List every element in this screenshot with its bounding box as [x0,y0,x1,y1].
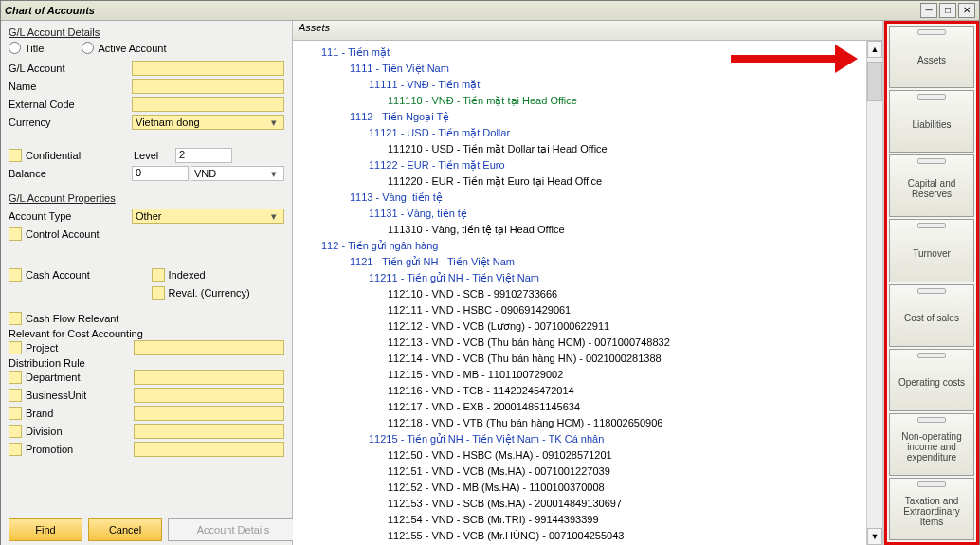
external-code-input[interactable] [132,97,284,112]
promotion-checkbox[interactable] [9,443,22,456]
scroll-thumb[interactable] [867,62,882,101]
cash-account-checkbox[interactable] [9,268,22,282]
account-type-select[interactable]: Other▾ [132,209,284,224]
account-tree[interactable]: 111 - Tiền mặt1111 - Tiền Việt Nam11111 … [293,41,866,545]
tree-node[interactable]: 112154 - VND - SCB (Mr.TRI) - 9914439339… [293,512,862,528]
drawer-liabilities[interactable]: Liabilities [889,90,974,153]
drawer-capital-and-reserves[interactable]: Capital and Reserves [889,154,974,217]
tree-node[interactable]: 112155 - VND - VCB (Mr.HÙNG) - 007100425… [293,528,862,544]
brand-checkbox[interactable] [9,407,22,420]
division-input[interactable] [134,424,284,439]
section-gl-details: G/L Account Details [9,27,284,38]
left-panel: G/L Account Details Title Active Account… [1,21,293,545]
level-input[interactable]: 2 [175,148,232,163]
cashflow-checkbox[interactable] [9,312,22,325]
external-code-label: External Code [9,99,132,110]
tree-node[interactable]: 1113 - Vàng, tiền tệ [293,190,862,206]
tree-node[interactable]: 112112 - VND - VCB (Lương) - 00710006229… [293,318,862,335]
tree-node[interactable]: 112116 - VND - TCB - 11420245472014 [293,383,862,399]
drawer-assets[interactable]: Assets [889,26,974,88]
project-label: Project [26,342,134,354]
close-icon[interactable]: ✕ [958,3,975,18]
chevron-down-icon: ▾ [267,117,281,129]
brand-input[interactable] [134,406,284,421]
tree-node[interactable]: 11211 - Tiền gửi NH - Tiền Việt Nam [293,270,862,286]
scroll-up-icon[interactable]: ▲ [867,41,882,58]
tree-node[interactable]: 11121 - USD - Tiền mặt Dollar [293,125,862,141]
businessunit-label: BusinessUnit [26,390,134,401]
tree-node[interactable]: 112150 - VND - HSBC (Ms.HA) - 0910285712… [293,447,862,463]
tree-node[interactable]: 112152 - VND - MB (Ms.HA) - 110010037000… [293,480,862,496]
distribution-rule-label: Distribution Rule [9,357,284,369]
tree-node[interactable]: 1121 - Tiền gửi NH - Tiền Việt Nam [293,254,862,270]
radio-active-account[interactable]: Active Account [82,42,166,54]
chevron-down-icon: ▾ [267,210,281,223]
project-input[interactable] [134,340,284,355]
drawer-taxation-and-extraordinary-items[interactable]: Taxation and Extraordinary Items [889,478,974,540]
tree-node[interactable]: 1112 - Tiền Ngoại Tệ [293,109,862,125]
currency-select[interactable]: Vietnam dong▾ [132,115,284,130]
brand-label: Brand [26,408,134,419]
tree-node[interactable]: 112153 - VND - SCB (Ms.HA) - 20001484913… [293,496,862,512]
department-label: Department [26,372,134,383]
tree-node[interactable]: 111210 - USD - Tiền mặt Dollar tại Head … [293,141,862,157]
balance-currency-select[interactable]: VND▾ [191,166,284,181]
department-input[interactable] [134,370,284,385]
tree-node[interactable]: 1111 - Tiền Việt Nam [293,61,862,77]
tree-node[interactable]: 112111 - VND - HSBC - 090691429061 [293,302,862,318]
tree-node[interactable]: 11215 - Tiền gửi NH - Tiền Việt Nam - TK… [293,431,862,447]
control-account-checkbox[interactable] [9,227,22,241]
confidential-label: Confidential [26,150,134,161]
drawer-turnover[interactable]: Turnover [889,219,974,282]
tree-node[interactable]: 112117 - VND - EXB - 200014851145634 [293,399,862,415]
tree-node[interactable]: 111110 - VNĐ - Tiền mặt tại Head Office [293,93,862,109]
scroll-down-icon[interactable]: ▼ [867,528,882,545]
radio-title[interactable]: Title [9,42,44,54]
businessunit-checkbox[interactable] [9,389,22,402]
promotion-input[interactable] [134,442,284,457]
tree-node[interactable]: 111 - Tiền mặt [293,45,862,61]
tree-node[interactable]: 112151 - VND - VCB (Ms.HA) - 00710012270… [293,463,862,480]
name-input[interactable] [132,79,284,94]
tree-node[interactable]: 112113 - VND - VCB (Thu bán hàng HCM) - … [293,335,862,351]
cashflow-label: Cash Flow Relevant [26,313,118,324]
relevant-cost-label: Relevant for Cost Accounting [9,328,284,339]
indexed-checkbox[interactable] [152,268,165,282]
section-gl-properties: G/L Account Properties [9,192,284,204]
department-checkbox[interactable] [9,371,22,384]
reval-checkbox[interactable] [152,286,165,300]
chevron-down-icon: ▾ [267,168,281,180]
find-button[interactable]: Find [9,518,82,541]
division-checkbox[interactable] [9,425,22,438]
cancel-button[interactable]: Cancel [88,518,162,541]
tree-node[interactable]: 11111 - VNĐ - Tiền mặt [293,77,862,93]
account-type-label: Account Type [9,210,132,222]
drawer-non-operating-income-and-expenditure[interactable]: Non-operating income and expenditure [889,413,974,476]
tree-node[interactable]: 11131 - Vàng, tiền tệ [293,206,862,222]
maximize-icon[interactable]: □ [939,3,956,18]
tree-node[interactable]: 112 - Tiền gửi ngân hàng [293,238,862,254]
tree-header: Assets [293,21,882,41]
businessunit-input[interactable] [134,388,284,403]
reval-label: Reval. (Currency) [169,287,250,299]
vertical-scrollbar[interactable]: ▲ ▼ [866,41,882,545]
balance-input[interactable]: 0 [132,166,189,181]
indexed-label: Indexed [169,269,206,281]
gl-account-label: G/L Account [9,63,132,74]
tree-node[interactable]: 11122 - EUR - Tiền mặt Euro [293,157,862,173]
tree-node[interactable]: 112110 - VND - SCB - 99102733666 [293,286,862,302]
name-label: Name [9,81,132,92]
currency-label: Currency [9,117,132,128]
project-checkbox[interactable] [9,341,22,354]
drawer-cost-of-sales[interactable]: Cost of sales [889,284,974,347]
gl-account-input[interactable] [132,61,284,76]
account-details-button[interactable]: Account Details [168,518,299,541]
minimize-icon[interactable]: ─ [920,3,937,18]
tree-node[interactable]: 112115 - VND - MB - 1101100729002 [293,367,862,383]
tree-node[interactable]: 111220 - EUR - Tiền mặt Euro tại Head Of… [293,173,862,190]
confidential-checkbox[interactable] [9,149,22,162]
tree-node[interactable]: 112118 - VND - VTB (Thu bán hàng HCM) - … [293,415,862,431]
tree-node[interactable]: 111310 - Vàng, tiền tệ tại Head Office [293,222,862,238]
tree-node[interactable]: 112114 - VND - VCB (Thu bán hàng HN) - 0… [293,351,862,367]
drawer-operating-costs[interactable]: Operating costs [889,349,974,411]
